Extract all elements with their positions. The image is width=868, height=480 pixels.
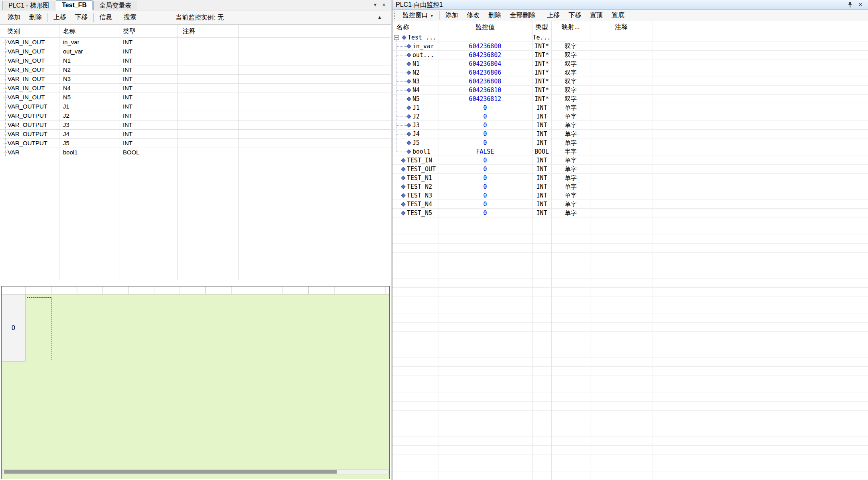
cell-type: INT* bbox=[532, 68, 551, 77]
tree-connector bbox=[397, 152, 407, 152]
variable-icon bbox=[402, 35, 406, 40]
watch-row[interactable]: TEST_N50INT单字 bbox=[393, 209, 868, 217]
column-header-value[interactable]: 监控值 bbox=[438, 21, 532, 33]
column-header-comment[interactable]: 注释 bbox=[183, 25, 195, 38]
tab-plc1-ladder[interactable]: PLC1 - 梯形图 bbox=[2, 1, 55, 10]
var-table-body: VAR_IN_OUTin_varINTVAR_IN_OUTout_varINTV… bbox=[0, 38, 391, 157]
variable-name: J4 bbox=[412, 130, 420, 138]
watch-row[interactable]: N4604236810INT*双字 bbox=[393, 86, 868, 95]
info-button[interactable]: 信息 bbox=[95, 13, 116, 22]
watch-row[interactable]: J50INT单字 bbox=[393, 138, 868, 147]
column-header-type[interactable]: 类型 bbox=[123, 25, 136, 38]
delete-all-button[interactable]: 全部删除 bbox=[505, 11, 540, 20]
column-header-mapping[interactable]: 映射... bbox=[551, 21, 590, 33]
cell-name: in_var bbox=[63, 38, 79, 47]
watch-row[interactable]: J10INT单字 bbox=[393, 103, 868, 112]
watch-row[interactable]: J40INT单字 bbox=[393, 130, 868, 138]
cell-name: J3 bbox=[63, 120, 69, 129]
monitor-panel-titlebar[interactable]: PLC1-自由监控1 × bbox=[393, 0, 868, 10]
watch-row[interactable]: J30INT单字 bbox=[393, 121, 868, 130]
watch-row[interactable]: TEST_N40INT单字 bbox=[393, 200, 868, 209]
collapse-toggle-icon[interactable] bbox=[394, 35, 399, 40]
cell-value: 0 bbox=[438, 191, 532, 200]
table-row[interactable]: VAR_IN_OUTout_varINT bbox=[0, 47, 391, 56]
to-top-button[interactable]: 置顶 bbox=[586, 11, 607, 20]
table-row[interactable]: VAR_IN_OUTin_varINT bbox=[0, 38, 391, 47]
watch-row[interactable]: TEST_N30INT单字 bbox=[393, 191, 868, 200]
watch-row[interactable]: bool1FALSEBOOL半字 bbox=[393, 147, 868, 156]
variable-name: TEST_N4 bbox=[407, 200, 432, 209]
toolbar-grip[interactable] bbox=[394, 12, 396, 19]
watch-row[interactable]: TEST_OUT0INT单字 bbox=[393, 165, 868, 174]
move-up-button[interactable]: 上移 bbox=[542, 11, 564, 20]
table-row[interactable]: VAR_IN_OUTN1INT bbox=[0, 56, 391, 65]
column-header-comment[interactable]: 注释 bbox=[590, 21, 653, 33]
modify-button[interactable]: 修改 bbox=[462, 11, 484, 20]
to-bottom-button[interactable]: 置底 bbox=[607, 11, 629, 20]
column-header-category[interactable]: 类别 bbox=[7, 25, 20, 38]
column-header-type[interactable]: 类型 bbox=[532, 21, 551, 33]
delete-button[interactable]: 删除 bbox=[484, 11, 505, 20]
add-button[interactable]: 添加 bbox=[3, 13, 25, 22]
watch-row[interactable]: out...604236802INT*双字 bbox=[393, 51, 868, 59]
tab-list-dropdown-icon[interactable]: ▼ bbox=[373, 2, 377, 7]
move-down-button[interactable]: 下移 bbox=[564, 11, 586, 20]
selection-cursor[interactable] bbox=[27, 297, 51, 360]
move-up-button[interactable]: 上移 bbox=[49, 13, 71, 22]
watch-row[interactable]: TEST_N10INT单字 bbox=[393, 174, 868, 182]
cell-name: TEST_OUT bbox=[393, 165, 438, 174]
tab-close-icon[interactable]: × bbox=[382, 1, 386, 8]
cell-type: INT bbox=[532, 112, 551, 121]
column-header-name[interactable]: 名称 bbox=[397, 21, 409, 33]
tree-connector bbox=[397, 46, 407, 47]
variable-icon bbox=[401, 211, 405, 215]
column-header-name[interactable]: 名称 bbox=[63, 25, 76, 38]
delete-button[interactable]: 删除 bbox=[25, 13, 46, 22]
toolbar-separator bbox=[47, 13, 48, 22]
add-button[interactable]: 添加 bbox=[441, 11, 462, 20]
watch-row[interactable]: N3604236808INT*双字 bbox=[393, 77, 868, 86]
tree-connector bbox=[397, 125, 407, 126]
collapse-table-button[interactable]: ▲ bbox=[377, 10, 382, 24]
table-row[interactable]: VAR_IN_OUTN3INT bbox=[0, 75, 391, 84]
cell-category: VAR_OUTPUT bbox=[8, 111, 47, 120]
cell-name: J1 bbox=[393, 103, 438, 112]
table-row[interactable]: VAR_OUTPUTJ4INT bbox=[0, 130, 391, 139]
watch-row[interactable]: Test_...Te... bbox=[393, 33, 868, 42]
table-row[interactable]: VAR_IN_OUTN2INT bbox=[0, 65, 391, 75]
move-down-button[interactable]: 下移 bbox=[71, 13, 92, 22]
table-row[interactable]: VARbool1BOOL bbox=[0, 148, 391, 157]
horizontal-scrollbar[interactable] bbox=[2, 469, 389, 474]
search-button[interactable]: 搜索 bbox=[119, 13, 141, 22]
table-row[interactable]: VAR_OUTPUTJ1INT bbox=[0, 102, 391, 111]
variable-icon bbox=[401, 158, 405, 162]
cell-type: INT bbox=[123, 38, 132, 47]
tab-test-fb[interactable]: Test_FB bbox=[56, 0, 93, 10]
scrollbar-thumb[interactable] bbox=[4, 470, 337, 474]
watch-row[interactable]: TEST_IN0INT单字 bbox=[393, 156, 868, 165]
close-icon[interactable]: × bbox=[858, 0, 862, 9]
watch-row[interactable]: TEST_N20INT单字 bbox=[393, 182, 868, 191]
cell-value: 604236806 bbox=[438, 68, 532, 77]
pin-icon[interactable] bbox=[847, 2, 853, 9]
table-row[interactable]: VAR_OUTPUTJ5INT bbox=[0, 139, 391, 148]
ladder-editor-canvas[interactable]: 0 bbox=[1, 286, 390, 479]
watch-row[interactable]: N5604236812INT*双字 bbox=[393, 95, 868, 103]
watch-row[interactable]: N1604236804INT*双字 bbox=[393, 59, 868, 68]
cell-name: N2 bbox=[393, 68, 438, 77]
table-row[interactable]: VAR_OUTPUTJ2INT bbox=[0, 111, 391, 120]
cell-type: INT bbox=[123, 139, 132, 148]
watch-row[interactable]: in_var604236800INT*双字 bbox=[393, 42, 868, 51]
table-row[interactable]: VAR_OUTPUTJ3INT bbox=[0, 120, 391, 130]
cell-name: out... bbox=[393, 51, 438, 59]
cell-category: VAR_IN_OUT bbox=[8, 38, 45, 47]
monitor-window-button[interactable]: 监控窗口 ▼ bbox=[398, 11, 438, 20]
table-row[interactable]: VAR_IN_OUTN5INT bbox=[0, 93, 391, 102]
rung-number-cell[interactable]: 0 bbox=[2, 294, 26, 361]
tab-global-vars[interactable]: 全局变量表 bbox=[93, 1, 137, 10]
variable-icon bbox=[406, 53, 411, 57]
watch-row[interactable]: J20INT单字 bbox=[393, 112, 868, 121]
variable-name: out... bbox=[412, 51, 434, 59]
table-row[interactable]: VAR_IN_OUTN4INT bbox=[0, 84, 391, 93]
watch-row[interactable]: N2604236806INT*双字 bbox=[393, 68, 868, 77]
